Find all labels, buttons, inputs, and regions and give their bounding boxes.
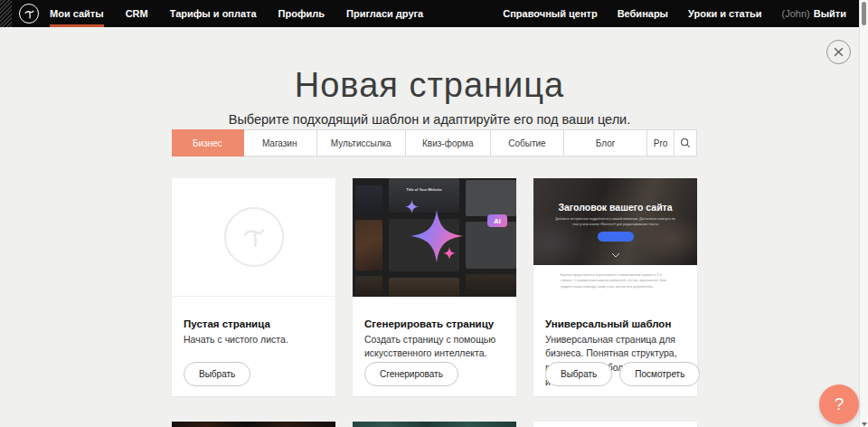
card-partial-next-row[interactable]	[172, 422, 335, 427]
select-blank-button[interactable]: Выбрать	[184, 362, 250, 386]
page-title: Новая страница	[0, 66, 859, 105]
template-preview[interactable]: Заголовок вашего сайта Добавьте интересн…	[533, 178, 697, 297]
help-chat-button[interactable]: ?	[819, 384, 859, 424]
nav-logout[interactable]: (John) Выйти	[772, 0, 846, 27]
nav-my-sites[interactable]: Мои сайты	[39, 0, 115, 27]
nav-invite-friend[interactable]: Пригласи друга	[335, 0, 434, 27]
template-hero: Заголовок вашего сайта Добавьте интересн…	[533, 178, 697, 265]
card-actions: Выбрать Посмотреть	[545, 362, 700, 386]
nav-profile[interactable]: Профиль	[268, 0, 335, 27]
logout-label: Выйти	[814, 8, 846, 19]
ai-preview[interactable]: Title of Your Website AI	[353, 178, 516, 297]
card-actions: Сгенерировать	[364, 362, 458, 386]
hero-title: Заголовок вашего сайта	[541, 202, 690, 213]
hero-subtitle: Добавьте интересные подробности о вашей …	[555, 217, 675, 228]
scrollbar[interactable]	[859, 0, 868, 427]
card-actions: Выбрать	[184, 362, 250, 386]
tilda-watermark-icon	[241, 223, 268, 251]
tilda-logo[interactable]	[19, 4, 39, 24]
card-partial-next-row[interactable]	[353, 422, 516, 427]
tab-store[interactable]: Магазин	[243, 130, 317, 156]
card-partial-next-row[interactable]	[533, 422, 697, 427]
ai-collage-background: Title of Your Website AI	[353, 178, 516, 297]
top-bar: Мои сайты CRM Тарифы и оплата Профиль Пр…	[0, 0, 859, 27]
tab-business[interactable]: Бизнес	[173, 130, 243, 156]
nav-help-center[interactable]: Справочный центр	[493, 0, 607, 27]
scrollbar-down-arrow-icon[interactable]	[862, 422, 867, 426]
card-universal-template: Заголовок вашего сайта Добавьте интересн…	[533, 178, 697, 396]
close-button[interactable]	[826, 40, 851, 64]
generate-button[interactable]: Сгенерировать	[364, 362, 458, 386]
secondary-nav: Справочный центр Вебинары Уроки и статьи…	[493, 0, 846, 27]
app-window: Мои сайты CRM Тарифы и оплата Профиль Пр…	[0, 0, 868, 427]
tab-event[interactable]: Событие	[491, 130, 565, 156]
template-body-section: Коротко представьтесь и расскажите о ком…	[533, 265, 697, 297]
tab-pro[interactable]: Pro	[647, 130, 675, 156]
card-description: Создать страницу с помощью искусственног…	[364, 333, 504, 362]
card-ai-generate: Title of Your Website AI Сгенерировать с…	[353, 178, 516, 396]
tilda-logo-icon	[24, 8, 35, 20]
question-mark-icon: ?	[835, 394, 844, 414]
card-title: Пустая страница	[184, 318, 324, 329]
user-name: (John)	[782, 8, 810, 19]
card-description: Начать с чистого листа.	[184, 333, 323, 347]
topbar-texture-pattern	[0, 0, 12, 27]
template-body-text: Коротко представьтесь и расскажите о ком…	[561, 272, 671, 289]
card-title: Сгенерировать страницу	[364, 318, 505, 329]
main-nav: Мои сайты CRM Тарифы и оплата Профиль Пр…	[39, 0, 434, 27]
select-template-button[interactable]: Выбрать	[545, 362, 612, 386]
collage-tile-caption: Title of Your Website	[392, 187, 456, 192]
tab-quiz-form[interactable]: Квиз-форма	[406, 130, 491, 156]
sparkle-small-icon	[443, 247, 456, 260]
tab-search[interactable]	[675, 130, 696, 156]
nav-webinars[interactable]: Вебинары	[608, 0, 678, 27]
tilda-watermark	[224, 207, 284, 267]
blank-page-preview[interactable]	[172, 178, 335, 297]
chevron-down-icon	[611, 252, 620, 258]
search-icon	[680, 138, 691, 148]
tab-blog[interactable]: Блог	[564, 130, 647, 156]
scrollbar-thumb[interactable]	[862, 2, 866, 25]
tab-multilink[interactable]: Мультиссылка	[317, 130, 406, 156]
preview-template-button[interactable]: Посмотреть	[619, 362, 700, 386]
hero-cta-button	[598, 232, 634, 242]
template-category-tabs: Бизнес Магазин Мультиссылка Квиз-форма С…	[172, 129, 697, 157]
nav-lessons[interactable]: Уроки и статьи	[678, 0, 772, 27]
ai-badge: AI	[487, 214, 507, 227]
page-subtitle: Выберите подходящий шаблон и адаптируйте…	[0, 112, 859, 127]
card-blank-page: Пустая страница Начать с чистого листа. …	[172, 178, 335, 396]
card-title: Универсальный шаблон	[545, 318, 685, 329]
blank-preview-frame	[172, 178, 335, 297]
close-icon	[833, 46, 844, 58]
nav-tariffs[interactable]: Тарифы и оплата	[159, 0, 268, 27]
nav-crm[interactable]: CRM	[115, 0, 159, 27]
